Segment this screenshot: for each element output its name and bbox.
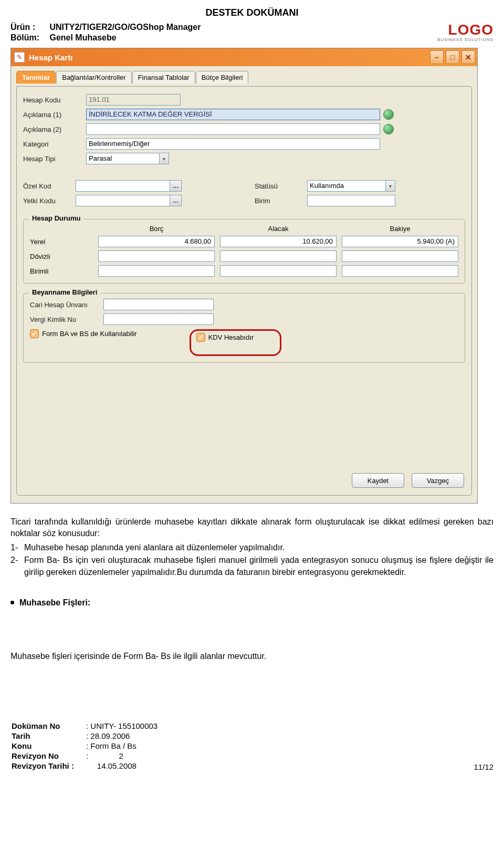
beyanname-legend: Beyanname Bilgileri <box>29 288 100 296</box>
tab-butce[interactable]: Bütçe Bilgileri <box>196 71 249 83</box>
item1-text: Muhasebe hesap planında yeni alanlara ai… <box>24 542 494 553</box>
hesap-tipi-combo[interactable]: Parasal ▾ <box>86 153 169 164</box>
hdr-borc: Borç <box>98 225 215 233</box>
close-button[interactable]: ✕ <box>461 50 475 64</box>
hesap-tipi-value: Parasal <box>86 153 160 164</box>
tab-tanimlar[interactable]: Tanımlar <box>16 71 56 83</box>
titlebar: ✎ Hesap Kartı – □ ✕ <box>11 48 477 66</box>
statusu-label: Statüsü <box>255 182 307 190</box>
row-birimli-alacak <box>220 265 337 277</box>
row-yerel-label: Yerel <box>30 238 93 246</box>
tab-strip: Tanımlar Bağlantılar/Kontroller Finansal… <box>16 70 472 83</box>
kdv-hesabidir-checkbox[interactable]: ✓ KDV Hesabıdır <box>196 333 254 342</box>
row-yerel-bakiye: 5.940,00 (A) <box>342 236 458 247</box>
section-value: Genel Muhasebe <box>49 33 116 42</box>
tab-panel-tanimlar: Hesap Kodu 191.01 Açıklama (1) İNDİRİLEC… <box>16 86 472 496</box>
maximize-button[interactable]: □ <box>446 50 459 64</box>
window-title: Hesap Kartı <box>29 53 72 62</box>
aciklama1-label: Açıklama (1) <box>23 111 86 119</box>
yetki-kodu-field[interactable]: … <box>76 195 182 206</box>
form-ba-bs-checkbox[interactable]: ✓ Form BA ve BS de Kullanılabilir <box>30 329 137 338</box>
item1-num: 1- <box>10 542 24 553</box>
logo-main: LOGO <box>437 23 494 37</box>
tab-finansal[interactable]: Finansal Tablolar <box>132 71 195 83</box>
row-birimli-borc <box>98 265 215 277</box>
ozel-kod-field[interactable]: … <box>76 180 182 192</box>
bullet-dot <box>10 601 14 604</box>
minimize-button[interactable]: – <box>430 50 444 64</box>
hesap-kodu-input[interactable]: 191.01 <box>86 94 181 106</box>
product-line: Ürün : UNITY2/TIGER2/GO/GOShop Manager <box>10 23 494 32</box>
logo-sub: BUSINESS SOLUTIONS <box>437 37 494 42</box>
hesap-kodu-label: Hesap Kodu <box>23 96 86 104</box>
kategori-label: Kategori <box>23 140 86 148</box>
row-birimli-bakiye <box>342 265 458 277</box>
item2-num: 2- <box>10 554 24 578</box>
hesap-durumu-legend: Hesap Durumu <box>29 214 83 222</box>
cancel-button[interactable]: Vazgeç <box>412 473 464 488</box>
intro-paragraph: Ticari tarafında kullanıldığı ürünlerde … <box>10 516 494 540</box>
chevron-down-icon: ▾ <box>160 153 169 164</box>
row-birimli-label: Birimli <box>30 267 93 275</box>
section-line: Bölüm: Genel Muhasebe <box>10 33 494 43</box>
row-dovizli-bakiye <box>342 250 458 262</box>
cari-hesap-label: Cari Hesap Ünvanı <box>30 301 103 309</box>
section-label: Bölüm: <box>10 33 47 43</box>
aciklama1-input[interactable]: İNDİRİLECEK KATMA DEĞER VERGİSİ <box>86 109 380 120</box>
aciklama2-label: Açıklama (2) <box>23 125 86 133</box>
check-icon: ✓ <box>30 329 39 338</box>
aciklama2-input[interactable] <box>86 123 380 135</box>
kdv-hesabidir-label: KDV Hesabıdır <box>208 333 254 341</box>
ozel-kod-lookup-button[interactable]: … <box>170 180 182 192</box>
hesap-tipi-label: Hesap Tipi <box>23 155 86 163</box>
save-button[interactable]: Kaydet <box>352 473 404 488</box>
row-yerel-borc: 4.680,00 <box>98 236 215 247</box>
product-label: Ürün : <box>10 23 47 32</box>
item2-text: Form Ba- Bs için veri oluşturacak muhase… <box>24 554 494 578</box>
muhasebe-fisleri-heading: Muhasebe Fişleri: <box>19 597 90 609</box>
row-dovizli-alacak <box>220 250 337 262</box>
cari-hesap-input[interactable] <box>103 299 214 310</box>
statusu-value: Kullanımda <box>307 180 386 192</box>
kategori-input[interactable]: Belirlenmemiş/Diğer <box>86 138 380 150</box>
page-number: 11/12 <box>474 762 494 771</box>
statusu-combo[interactable]: Kullanımda ▾ <box>307 180 395 192</box>
yetki-kodu-lookup-button[interactable]: … <box>170 195 182 206</box>
hesap-durumu-group: Hesap Durumu Borç Alacak Bakiye Yerel 4.… <box>23 219 465 284</box>
yetki-kodu-input[interactable] <box>76 195 170 206</box>
vergi-kimlik-input[interactable] <box>103 313 214 325</box>
form-ba-bs-label: Form BA ve BS de Kullanılabilir <box>42 330 137 338</box>
vergi-kimlik-label: Vergi Kimlik No <box>30 316 103 323</box>
app-icon: ✎ <box>14 52 25 62</box>
footer-meta: Doküman No: UNITY- 155100003 Tarih: 28.0… <box>10 720 161 771</box>
logo: LOGO BUSINESS SOLUTIONS <box>437 23 494 42</box>
check-icon: ✓ <box>196 333 205 342</box>
birim-label: Birim <box>255 197 307 205</box>
kdv-highlight-ring: ✓ KDV Hesabıdır <box>190 329 282 356</box>
globe-icon[interactable] <box>383 109 394 120</box>
globe-icon-2[interactable] <box>383 124 394 134</box>
doc-title: DESTEK DOKÜMANI <box>10 7 494 18</box>
birim-input[interactable] <box>307 195 395 206</box>
tab-baglantilar[interactable]: Bağlantılar/Kontroller <box>56 71 131 83</box>
row-yerel-alacak: 10.620,00 <box>220 236 337 247</box>
ozel-kod-label: Özel Kod <box>23 182 76 190</box>
row-dovizli-label: Dövizli <box>30 253 93 260</box>
row-dovizli-borc <box>98 250 215 262</box>
hdr-bakiye: Bakiye <box>342 225 458 233</box>
account-card-window: ✎ Hesap Kartı – □ ✕ Tanımlar Bağlantılar… <box>10 48 478 504</box>
yetki-kodu-label: Yetki Kodu <box>23 197 76 205</box>
chevron-down-icon: ▾ <box>386 180 395 192</box>
plain-line: Muhasebe fişleri içerisinde de Form Ba- … <box>10 651 494 662</box>
beyanname-group: Beyanname Bilgileri Cari Hesap Ünvanı Ve… <box>23 293 465 363</box>
hdr-alacak: Alacak <box>220 225 337 233</box>
product-value: UNITY2/TIGER2/GO/GOShop Manager <box>49 23 201 32</box>
ozel-kod-input[interactable] <box>76 180 170 192</box>
